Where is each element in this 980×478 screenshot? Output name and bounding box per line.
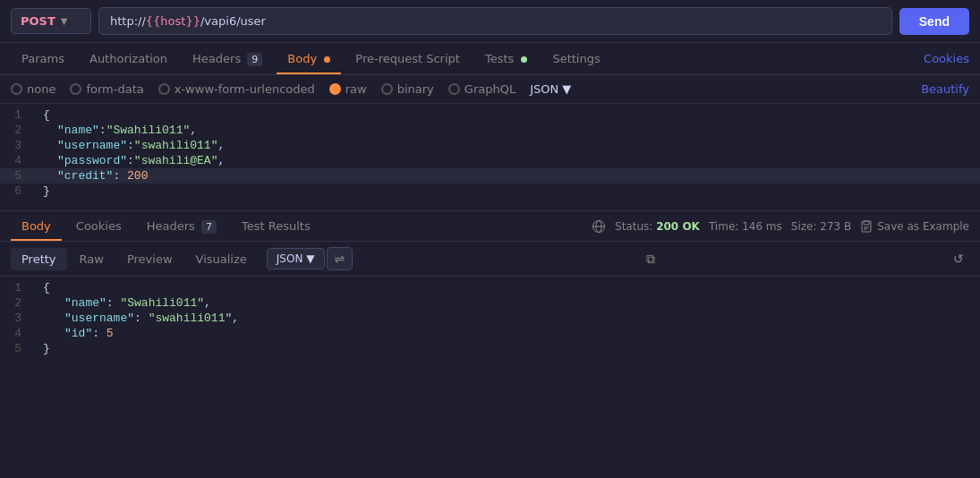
json-format-select[interactable]: JSON ▼ xyxy=(530,82,571,96)
option-none[interactable]: none xyxy=(11,82,55,96)
response-meta: Status: 200 OK Time: 146 ms Size: 273 B … xyxy=(592,219,969,234)
radio-none xyxy=(11,83,22,95)
url-text-suffix: /vapi6/user xyxy=(200,14,266,28)
req-line-1: 1 { xyxy=(0,107,980,123)
status-label: Status: 200 OK xyxy=(615,220,700,233)
radio-raw xyxy=(329,83,341,95)
option-form-data[interactable]: form-data xyxy=(70,82,143,96)
beautify-button[interactable]: Beautify xyxy=(921,82,969,96)
cookies-link[interactable]: Cookies xyxy=(924,52,969,65)
tab-body[interactable]: Body xyxy=(277,43,341,74)
radio-binary xyxy=(381,83,393,95)
response-tabs: Body Cookies Headers 7 Test Results Stat… xyxy=(0,211,980,242)
method-select[interactable]: POST ▼ xyxy=(11,8,91,34)
resp-line-5: 5 } xyxy=(0,341,980,356)
tab-headers[interactable]: Headers 9 xyxy=(182,43,273,74)
top-tabs: Params Authorization Headers 9 Body Pre-… xyxy=(0,43,980,75)
time-label: Time: 146 ms xyxy=(709,220,782,233)
tests-dot xyxy=(521,56,527,63)
radio-urlencoded xyxy=(158,83,170,95)
radio-graphql xyxy=(448,83,460,95)
copy-icon: ⧉ xyxy=(646,252,655,266)
refresh-button[interactable]: ↺ xyxy=(948,248,969,269)
resp-tab-cookies[interactable]: Cookies xyxy=(65,211,132,241)
svg-rect-4 xyxy=(864,221,869,225)
view-tabs-row: Pretty Raw Preview Visualize JSON ▼ ⇌ ⧉ … xyxy=(0,242,980,277)
resp-line-3: 3 "username": "swahili011", xyxy=(0,311,980,326)
json-chevron-icon: ▼ xyxy=(562,82,571,96)
url-text-prefix: http:// xyxy=(110,14,146,28)
save-as-example-button[interactable]: Save as Example xyxy=(860,220,969,233)
req-line-3: 3 "username":"swahili011", xyxy=(0,138,980,153)
resp-tab-testresults[interactable]: Test Results xyxy=(231,211,321,241)
tab-prerequest[interactable]: Pre-request Script xyxy=(345,43,471,74)
body-dot xyxy=(324,56,330,63)
send-button[interactable]: Send xyxy=(899,8,969,35)
method-label: POST xyxy=(21,14,55,28)
view-tab-preview[interactable]: Preview xyxy=(116,248,183,270)
req-line-5: 5 "credit": 200 xyxy=(0,168,980,184)
req-line-4: 4 "password":"swahili@EA", xyxy=(0,153,980,168)
view-tab-pretty[interactable]: Pretty xyxy=(11,248,67,270)
size-label: Size: 273 B xyxy=(791,220,851,233)
resp-line-4: 4 "id": 5 xyxy=(0,326,980,341)
response-body-viewer: 1 { 2 "name": "Swahili011", 3 "username"… xyxy=(0,277,980,360)
tab-settings[interactable]: Settings xyxy=(541,43,610,74)
option-graphql[interactable]: GraphQL xyxy=(448,82,516,96)
status-value: 200 OK xyxy=(656,220,700,233)
globe-icon xyxy=(592,219,606,234)
wrap-lines-button[interactable]: ⇌ xyxy=(327,247,354,270)
copy-button[interactable]: ⧉ xyxy=(641,248,660,270)
tab-params[interactable]: Params xyxy=(11,43,75,74)
resp-line-1: 1 { xyxy=(0,280,980,295)
time-value: 146 ms xyxy=(742,220,782,233)
json-format-button[interactable]: JSON ▼ xyxy=(267,248,325,269)
url-bar: POST ▼ http://{{host}}/vapi6/user Send xyxy=(0,0,980,43)
tab-tests[interactable]: Tests xyxy=(474,43,539,74)
resp-line-2: 2 "name": "Swahili011", xyxy=(0,295,980,311)
option-urlencoded[interactable]: x-www-form-urlencoded xyxy=(158,82,315,96)
req-line-2: 2 "name":"Swahili011", xyxy=(0,123,980,138)
save-icon xyxy=(860,220,873,233)
resp-tab-body[interactable]: Body xyxy=(11,211,62,241)
url-var: {{host}} xyxy=(146,14,200,28)
response-section: Body Cookies Headers 7 Test Results Stat… xyxy=(0,211,980,360)
request-body-editor[interactable]: 1 { 2 "name":"Swahili011", 3 "username":… xyxy=(0,104,980,211)
headers-badge: 9 xyxy=(247,53,262,66)
tab-authorization[interactable]: Authorization xyxy=(79,43,178,74)
url-input[interactable]: http://{{host}}/vapi6/user xyxy=(98,7,892,35)
option-raw[interactable]: raw xyxy=(329,82,367,96)
option-binary[interactable]: binary xyxy=(381,82,434,96)
size-value: 273 B xyxy=(820,220,851,233)
view-tab-raw[interactable]: Raw xyxy=(69,248,115,270)
resp-tab-headers[interactable]: Headers 7 xyxy=(136,211,227,241)
body-options: none form-data x-www-form-urlencoded raw… xyxy=(0,75,980,104)
view-tab-visualize[interactable]: Visualize xyxy=(185,248,258,270)
refresh-icon: ↺ xyxy=(953,252,964,266)
method-chevron-icon: ▼ xyxy=(61,16,68,26)
resp-headers-badge: 7 xyxy=(201,220,217,234)
json-format-chevron-icon: ▼ xyxy=(306,252,314,265)
req-line-6: 6 } xyxy=(0,184,980,199)
wrap-icon: ⇌ xyxy=(335,252,345,266)
radio-form-data xyxy=(70,83,81,95)
